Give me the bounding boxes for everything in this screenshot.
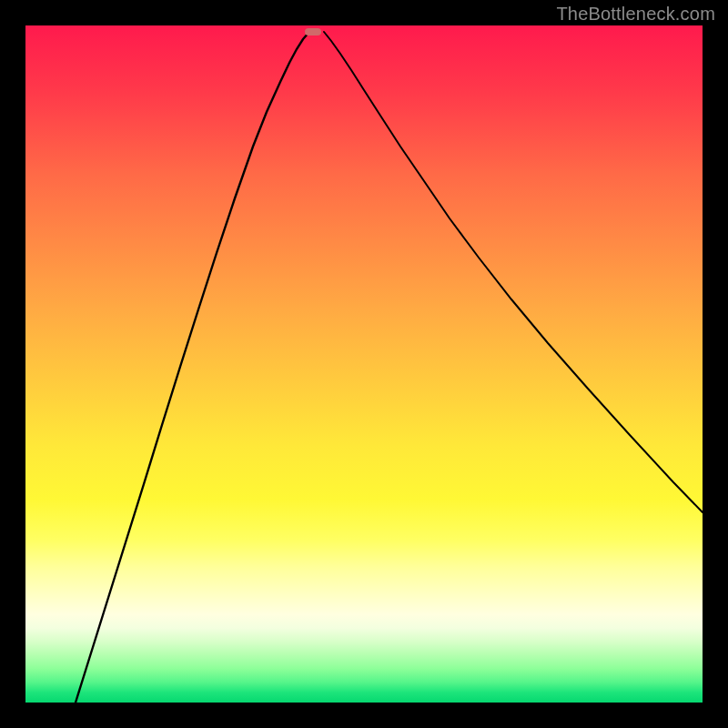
chart-frame: TheBottleneck.com	[0, 0, 728, 728]
curve-left-branch	[76, 32, 309, 703]
watermark-text: TheBottleneck.com	[556, 4, 715, 25]
plot-area	[25, 25, 703, 703]
curve-right-branch	[324, 32, 703, 512]
bottleneck-curve	[25, 25, 703, 703]
minimum-marker	[305, 28, 321, 35]
